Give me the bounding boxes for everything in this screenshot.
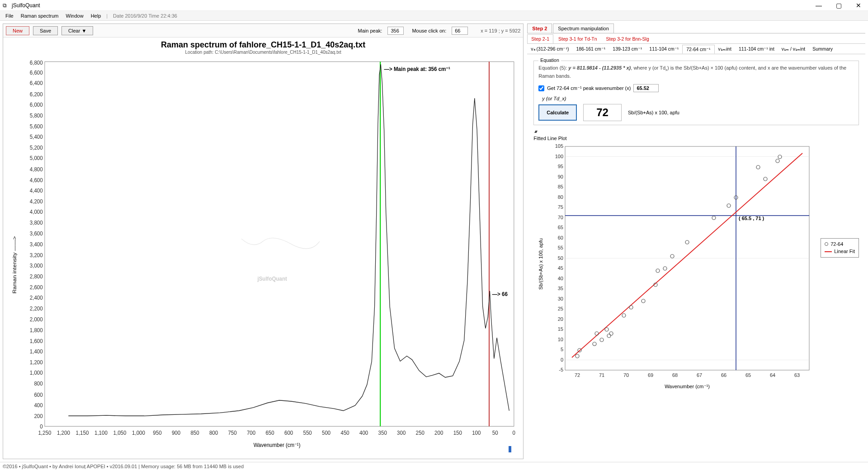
bandtab-111-104-int[interactable]: 111-104 cm⁻¹ int (735, 45, 778, 54)
subtab-step32-bnnslg[interactable]: Step 3-2 for Bnn-Slg (602, 34, 653, 43)
svg-text:4,200: 4,200 (30, 198, 43, 205)
svg-text:5,000: 5,000 (30, 155, 43, 162)
svg-text:69: 69 (648, 372, 653, 378)
menu-help[interactable]: Help (87, 12, 105, 19)
spectrum-ylabel: Raman intensity ——> (12, 236, 18, 294)
svg-text:50: 50 (492, 429, 498, 436)
bandtab-summary[interactable]: Summary (809, 45, 836, 54)
svg-text:300: 300 (397, 429, 406, 436)
svg-text:1,000: 1,000 (30, 370, 43, 376)
datetime-label: Date 2016/9/20 Time 22:4:36 (113, 13, 177, 19)
svg-text:65: 65 (558, 225, 563, 230)
bandtab-v1m-ratio[interactable]: v₁ₘ / v₁ₘint (778, 45, 809, 54)
bandtab-72-64[interactable]: 72-64 cm⁻¹ (682, 45, 714, 54)
tab-spectrum-manip[interactable]: Spectrum manipulation (553, 24, 614, 33)
svg-text:1,000: 1,000 (132, 429, 145, 436)
main-peak-annotation: —> Main peak at: 356 cm⁻¹ (384, 66, 450, 73)
svg-text:100: 100 (555, 154, 563, 159)
bandtab-186-161[interactable]: 186-161 cm⁻¹ (572, 45, 609, 54)
svg-text:1,200: 1,200 (30, 359, 43, 366)
svg-text:25: 25 (558, 306, 563, 311)
svg-text:250: 250 (416, 429, 425, 436)
y-label: y (or Td_x) (542, 96, 854, 101)
wavenumber-x-input[interactable]: 65.52 (633, 84, 659, 92)
bandtab-111-104[interactable]: 111-104 cm⁻¹ (646, 45, 682, 54)
crosshair-label: ( 65.5 , 71 ) (739, 216, 764, 221)
new-button[interactable]: New (6, 26, 29, 35)
bandtab-v1m-int[interactable]: v₁ₘᵢint (715, 45, 735, 54)
svg-text:6,000: 6,000 (30, 101, 43, 108)
svg-text:0: 0 (513, 429, 516, 436)
svg-text:5: 5 (561, 347, 563, 352)
svg-text:6,800: 6,800 (30, 60, 43, 66)
svg-text:450: 450 (341, 429, 349, 436)
svg-text:15: 15 (558, 326, 563, 332)
svg-text:1,400: 1,400 (30, 348, 43, 355)
fitted-xlabel: Wavenumber (cm⁻¹) (665, 384, 710, 389)
svg-text:6,400: 6,400 (30, 80, 43, 87)
save-button[interactable]: Save (33, 26, 58, 35)
fitted-legend: 72-64 Linear Fit (821, 238, 859, 258)
result-value: 72 (583, 104, 622, 121)
svg-text:750: 750 (228, 429, 236, 436)
subtab-step31-tdtn[interactable]: Step 3-1 for Td-Tn (554, 34, 601, 43)
svg-text:45: 45 (558, 265, 563, 271)
svg-text:75: 75 (558, 204, 563, 210)
equation-legend: Equation (538, 57, 561, 63)
svg-text:800: 800 (209, 429, 218, 436)
close-button[interactable]: ✕ (852, 2, 865, 9)
fitted-title: Fitted Line Plot (533, 136, 859, 141)
calculate-button[interactable]: Calculate (538, 104, 577, 121)
main-peak-value[interactable]: 356 (387, 27, 404, 35)
svg-text:35: 35 (558, 286, 563, 291)
svg-text:400: 400 (359, 429, 368, 436)
menu-raman-spectrum[interactable]: Raman spectrum (17, 12, 62, 19)
menu-file[interactable]: File (2, 12, 17, 19)
svg-text:3,800: 3,800 (30, 220, 43, 226)
svg-text:40: 40 (558, 276, 563, 281)
scroll-indicator[interactable] (509, 446, 511, 452)
svg-text:5,200: 5,200 (30, 145, 43, 151)
svg-text:1,250: 1,250 (38, 429, 51, 436)
bandtab-v4[interactable]: v₄ (312-296 cm⁻¹) (527, 45, 572, 54)
menu-window[interactable]: Window (62, 12, 87, 19)
spectrum-chart[interactable]: 0200400600800 1,0001,2001,4001,6001,800 … (7, 56, 519, 452)
svg-text:3,000: 3,000 (30, 262, 43, 269)
result-label: Sb/(Sb+As) x 100, apfu (628, 110, 679, 115)
minimize-button[interactable]: — (812, 2, 826, 9)
fitted-line-plot[interactable]: -5051015 2025303540 4550556065 707580859… (533, 142, 823, 390)
svg-text:2,000: 2,000 (30, 316, 43, 323)
svg-text:500: 500 (322, 429, 330, 436)
main-peak-label: Main peak: (358, 28, 382, 33)
collapse-toggle-icon[interactable]: ▴▾ (534, 129, 859, 134)
maximize-button[interactable]: ▢ (832, 2, 845, 9)
svg-text:70: 70 (623, 372, 629, 378)
spectrum-xlabel: Wavenumber (cm⁻¹) (254, 442, 301, 449)
svg-text:5,800: 5,800 (30, 112, 43, 119)
status-text: ©2016 • jSulfoQuant • by Andrei Ionuț AP… (3, 464, 244, 469)
svg-text:20: 20 (558, 316, 563, 322)
svg-text:71: 71 (599, 372, 604, 378)
svg-text:650: 650 (265, 429, 274, 436)
svg-text:900: 900 (172, 429, 180, 436)
svg-text:1,100: 1,100 (94, 429, 108, 436)
mouse-click-value[interactable]: 66 (452, 27, 468, 35)
svg-text:600: 600 (34, 391, 42, 398)
bandtab-139-123[interactable]: 139-123 cm⁻¹ (609, 45, 646, 54)
get-wavenumber-checkbox[interactable] (538, 85, 544, 91)
svg-text:4,800: 4,800 (30, 166, 43, 173)
svg-text:67: 67 (697, 372, 702, 378)
svg-text:90: 90 (558, 174, 563, 179)
svg-text:1,050: 1,050 (113, 429, 127, 436)
subtab-step21[interactable]: Step 2-1 (527, 34, 553, 43)
svg-text:200: 200 (434, 429, 443, 436)
svg-text:68: 68 (672, 372, 678, 378)
svg-text:105: 105 (555, 143, 563, 149)
svg-text:2,400: 2,400 (30, 295, 43, 301)
app-icon: ⧉ (3, 2, 9, 9)
clear-button[interactable]: Clear ▼ (61, 26, 93, 35)
svg-text:3,600: 3,600 (30, 230, 43, 237)
svg-text:72: 72 (575, 372, 580, 378)
svg-text:800: 800 (34, 381, 42, 387)
tab-step2[interactable]: Step 2 (527, 24, 552, 33)
